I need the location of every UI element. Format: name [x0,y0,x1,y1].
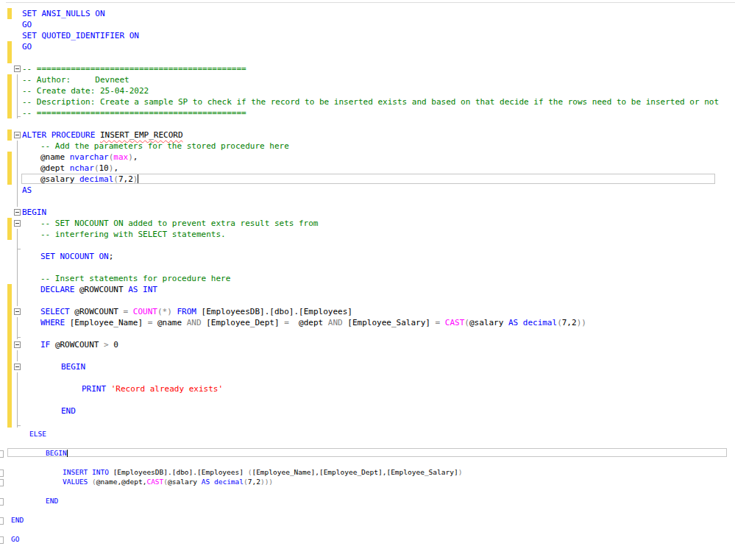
code-line[interactable]: END [0,405,735,417]
code-token: -- =====================================… [22,108,246,118]
code-line[interactable] [0,118,735,130]
code-token: -- interfering with SELECT statements. [40,230,226,239]
code-token: -- Insert statements for procedure here [40,274,230,283]
code-token: -- =====================================… [22,64,246,74]
code-line[interactable] [0,506,735,515]
margin-mark [0,536,4,544]
code-token: @salary [168,478,202,486]
code-token: max [113,152,128,162]
code-token: [Employee_Salary] [347,318,435,327]
code-line[interactable]: BEGIN [0,448,735,458]
code-line[interactable]: ALTER PROCEDURE INSERT_EMP_RECORD [0,130,735,141]
change-tracking-bar [7,74,12,85]
code-line[interactable] [0,372,735,383]
text-cursor [67,450,68,457]
code-line[interactable] [0,350,735,361]
code-line[interactable]: BEGIN [0,361,735,372]
collapse-toggle-icon[interactable] [14,65,21,72]
change-tracking-bar [7,339,12,350]
code-line[interactable]: -- Add the parameters for the stored pro… [0,141,735,152]
code-line[interactable]: WHERE [Employee_Name] = @name AND [Emplo… [0,317,735,328]
outline-region-end-tick [17,337,21,338]
code-line[interactable]: GO [0,19,735,30]
code-line[interactable]: -- Insert statements for procedure here [0,273,735,284]
code-token: BEGIN [46,449,67,457]
code-text: @dept nchar(10), [40,163,118,174]
code-token: AND [187,318,207,327]
code-token: @name [40,152,70,162]
code-line[interactable]: ELSE [0,429,735,439]
code-line[interactable]: @name nvarchar(max), [0,152,735,163]
code-token: FROM [177,307,201,316]
collapse-toggle-icon[interactable] [14,220,21,227]
code-line[interactable] [0,262,735,273]
code-token: ) [133,174,138,184]
code-line[interactable]: -- Description: Create a sample SP to ch… [0,96,735,107]
collapse-toggle-icon[interactable] [14,364,21,370]
code-line[interactable] [0,196,735,207]
code-line[interactable]: SET ANSI_NULLS ON [0,8,735,19]
change-tracking-bar [7,174,12,185]
change-tracking-bar [7,317,12,328]
collapse-toggle-icon[interactable] [14,209,21,216]
text-cursor [138,174,138,183]
code-line[interactable]: SET QUOTED_IDENTIFIER ON [0,30,735,41]
code-line[interactable]: -- =====================================… [0,63,735,74]
code-line[interactable]: INSERT INTO [EmployeesDB].[dbo].[Employe… [0,467,735,477]
code-text: ALTER PROCEDURE INSERT_EMP_RECORD [22,130,183,141]
code-token: ( [464,318,469,327]
code-token: BEGIN [22,208,46,217]
code-line[interactable] [0,486,735,496]
collapse-toggle-icon[interactable] [14,341,21,348]
outline-guide-line [17,317,18,328]
code-token: ) [128,152,133,162]
code-line[interactable] [0,240,735,251]
code-line[interactable]: PRINT 'Record already exists' [0,383,735,394]
code-text: END [46,496,58,506]
code-line[interactable] [0,394,735,405]
change-tracking-bar [7,405,12,417]
code-token: SET ANSI_NULLS ON [22,9,105,18]
change-tracking-bar [7,372,12,383]
code-line[interactable] [0,295,735,306]
code-line[interactable]: @dept nchar(10), [0,163,735,174]
outline-guide-line [17,74,18,85]
margin-mark [0,517,4,525]
code-token: > [104,340,113,350]
code-token: AND [328,318,348,327]
code-token: AS decimal [508,318,557,327]
code-token: 7,2 [118,174,133,184]
code-line[interactable] [0,458,735,467]
outline-guide-line [17,273,18,284]
code-token: END [11,516,24,524]
code-line[interactable]: GO [0,41,735,52]
code-line[interactable]: SET NOCOUNT ON; [0,251,735,262]
code-line[interactable]: -- Author: Devneet [0,74,735,85]
code-line[interactable]: SELECT @ROWCOUNT = COUNT(*) FROM [Employ… [0,306,735,317]
code-line[interactable] [0,328,735,339]
code-line[interactable]: IF @ROWCOUNT > 0 [0,339,735,350]
code-line[interactable]: -- Create date: 25-04-2022 [0,85,735,96]
code-line[interactable] [0,439,735,448]
code-line[interactable]: END [0,515,735,525]
outline-guide-line [17,372,18,383]
code-text: DECLARE @ROWCOUNT AS INT [40,284,157,295]
code-line[interactable]: @salary decimal(7,2) [0,174,735,185]
code-line[interactable]: AS [0,185,735,196]
code-line[interactable] [0,417,735,428]
collapse-toggle-icon[interactable] [14,132,21,138]
code-line[interactable]: END [0,496,735,506]
collapse-toggle-icon[interactable] [14,308,21,315]
code-line[interactable]: DECLARE @ROWCOUNT AS INT [0,284,735,295]
code-line[interactable]: -- interfering with SELECT statements. [0,229,735,240]
code-line[interactable] [0,525,735,534]
code-line[interactable]: -- SET NOCOUNT ON added to prevent extra… [0,218,735,229]
code-line[interactable]: VALUES (@name,@dept,CAST(@salary AS deci… [0,477,735,486]
code-line[interactable] [0,52,735,63]
code-token: decimal [79,174,113,184]
code-token: IF [40,340,55,350]
code-editor[interactable]: SET ANSI_NULLS ONGOSET QUOTED_IDENTIFIER… [0,0,735,560]
code-line[interactable]: -- =====================================… [0,107,735,118]
code-line[interactable]: BEGIN [0,207,735,218]
code-line[interactable]: GO [0,534,735,544]
